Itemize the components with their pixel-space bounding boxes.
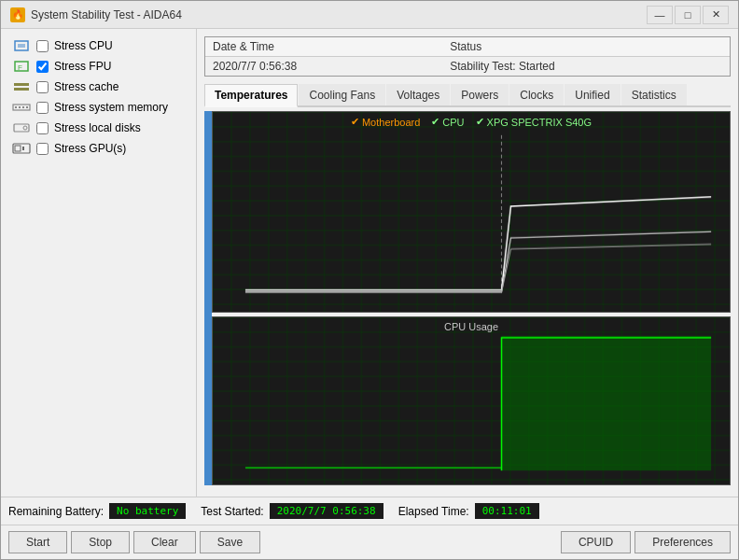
svg-rect-9 bbox=[22, 106, 24, 108]
stress-disks-label: Stress local disks bbox=[54, 121, 141, 134]
tabs-container: Temperatures Cooling Fans Voltages Power… bbox=[204, 84, 731, 107]
stress-gpu-item[interactable]: Stress GPU(s) bbox=[8, 139, 188, 158]
app-icon: 🔥 bbox=[10, 7, 25, 22]
titlebar: 🔥 System Stability Test - AIDA64 — □ ✕ bbox=[1, 1, 738, 29]
left-panel: Stress CPU F Stress FPU Stress cache bbox=[1, 29, 197, 497]
stress-cache-label: Stress cache bbox=[54, 80, 119, 93]
tab-temperatures[interactable]: Temperatures bbox=[204, 84, 298, 107]
tab-voltages[interactable]: Voltages bbox=[386, 84, 450, 105]
tab-statistics[interactable]: Statistics bbox=[621, 84, 687, 105]
close-button[interactable]: ✕ bbox=[703, 6, 729, 24]
memory-icon bbox=[12, 100, 31, 115]
stress-cache-item[interactable]: Stress cache bbox=[8, 77, 188, 96]
stress-cpu-item[interactable]: Stress CPU bbox=[8, 36, 188, 55]
tab-powers[interactable]: Powers bbox=[451, 84, 509, 105]
right-panel: Date & Time Status 2020/7/7 0:56:38 Stab… bbox=[197, 29, 738, 497]
xpg-check: ✔ bbox=[476, 116, 484, 128]
battery-status: Remaining Battery: No battery bbox=[8, 503, 186, 519]
status-bar: Remaining Battery: No battery Test Start… bbox=[1, 497, 738, 525]
svg-rect-5 bbox=[14, 88, 29, 91]
start-button[interactable]: Start bbox=[8, 531, 67, 553]
motherboard-check: ✔ bbox=[351, 116, 359, 128]
window-title: System Stability Test - AIDA64 bbox=[31, 8, 182, 21]
gpu-icon bbox=[12, 141, 31, 156]
svg-rect-7 bbox=[15, 106, 17, 108]
elapsed-time-label: Elapsed Time: bbox=[398, 505, 469, 518]
cpu-icon bbox=[12, 38, 31, 53]
main-window: 🔥 System Stability Test - AIDA64 — □ ✕ S… bbox=[0, 0, 739, 560]
stress-fpu-checkbox[interactable] bbox=[36, 61, 49, 73]
fpu-icon: F bbox=[12, 59, 31, 74]
stress-memory-checkbox[interactable] bbox=[36, 102, 49, 114]
legend-cpu: ✔ CPU bbox=[431, 116, 464, 128]
preferences-button[interactable]: Preferences bbox=[634, 531, 731, 553]
elapsed-time-status: Elapsed Time: 00:11:01 bbox=[398, 503, 539, 519]
battery-value: No battery bbox=[109, 503, 186, 519]
svg-text:F: F bbox=[18, 63, 22, 72]
stress-gpu-checkbox[interactable] bbox=[36, 143, 49, 155]
cpu-label: CPU bbox=[442, 117, 464, 128]
charts-area: ✔ Motherboard ✔ CPU ✔ XP bbox=[204, 107, 731, 489]
maximize-button[interactable]: □ bbox=[675, 6, 701, 24]
cpu-canvas bbox=[213, 317, 730, 484]
save-button[interactable]: Save bbox=[200, 531, 260, 553]
stress-cpu-label: Stress CPU bbox=[54, 39, 113, 52]
cache-icon bbox=[12, 79, 31, 94]
svg-rect-15 bbox=[22, 147, 24, 150]
temp-canvas bbox=[213, 112, 730, 312]
motherboard-label: Motherboard bbox=[362, 117, 420, 128]
test-started-value: 2020/7/7 0:56:38 bbox=[270, 503, 383, 519]
main-content: Temperatures Cooling Fans Voltages Power… bbox=[204, 80, 731, 489]
battery-label: Remaining Battery: bbox=[8, 505, 104, 518]
test-started-status: Test Started: 2020/7/7 0:56:38 bbox=[201, 503, 383, 519]
temperature-chart: ✔ Motherboard ✔ CPU ✔ XP bbox=[212, 111, 731, 313]
svg-rect-1 bbox=[18, 44, 25, 48]
tab-clocks[interactable]: Clocks bbox=[509, 84, 564, 105]
window-controls: — □ ✕ bbox=[647, 6, 729, 24]
svg-rect-10 bbox=[26, 106, 28, 108]
content-area: Stress CPU F Stress FPU Stress cache bbox=[1, 29, 738, 497]
svg-rect-4 bbox=[14, 83, 29, 86]
minimize-button[interactable]: — bbox=[647, 6, 673, 24]
svg-rect-14 bbox=[15, 146, 21, 151]
stress-fpu-item[interactable]: F Stress FPU bbox=[8, 57, 188, 76]
stress-cpu-checkbox[interactable] bbox=[36, 40, 49, 52]
col-datetime: Date & Time bbox=[205, 37, 442, 57]
cpu-chart-label: CPU Usage bbox=[444, 321, 498, 332]
cpu-usage-chart: CPU Usage 100% 0% 100% bbox=[212, 316, 731, 485]
stress-cache-checkbox[interactable] bbox=[36, 81, 49, 93]
stress-memory-item[interactable]: Stress system memory bbox=[8, 98, 188, 117]
table-row: 2020/7/7 0:56:38 Stability Test: Started bbox=[205, 57, 730, 77]
sidebar-indicator bbox=[204, 111, 212, 485]
disk-icon bbox=[12, 120, 31, 135]
test-started-label: Test Started: bbox=[201, 505, 263, 518]
info-table: Date & Time Status 2020/7/7 0:56:38 Stab… bbox=[204, 36, 731, 77]
cpuid-button[interactable]: CPUID bbox=[561, 531, 631, 553]
stop-button[interactable]: Stop bbox=[71, 531, 130, 553]
stress-disks-checkbox[interactable] bbox=[36, 122, 49, 134]
tab-cooling-fans[interactable]: Cooling Fans bbox=[299, 84, 385, 105]
svg-rect-8 bbox=[19, 106, 21, 108]
svg-point-12 bbox=[23, 126, 27, 130]
cell-datetime: 2020/7/7 0:56:38 bbox=[205, 57, 442, 77]
cpu-check: ✔ bbox=[431, 116, 439, 128]
chart-legend: ✔ Motherboard ✔ CPU ✔ XP bbox=[351, 116, 592, 128]
cell-status: Stability Test: Started bbox=[442, 57, 730, 77]
xpg-label: XPG SPECTRIX S40G bbox=[487, 117, 592, 128]
stress-gpu-label: Stress GPU(s) bbox=[54, 142, 126, 155]
legend-xpg: ✔ XPG SPECTRIX S40G bbox=[476, 116, 592, 128]
stress-memory-label: Stress system memory bbox=[54, 101, 168, 114]
clear-button[interactable]: Clear bbox=[133, 531, 196, 553]
tab-unified[interactable]: Unified bbox=[565, 84, 620, 105]
stress-disks-item[interactable]: Stress local disks bbox=[8, 119, 188, 137]
button-bar: Start Stop Clear Save CPUID Preferences bbox=[1, 525, 738, 559]
col-status: Status bbox=[442, 37, 730, 57]
titlebar-left: 🔥 System Stability Test - AIDA64 bbox=[10, 7, 182, 22]
charts-column: ✔ Motherboard ✔ CPU ✔ XP bbox=[212, 111, 731, 485]
elapsed-time-value: 00:11:01 bbox=[475, 503, 539, 519]
stress-fpu-label: Stress FPU bbox=[54, 60, 111, 73]
legend-motherboard: ✔ Motherboard bbox=[351, 116, 420, 128]
